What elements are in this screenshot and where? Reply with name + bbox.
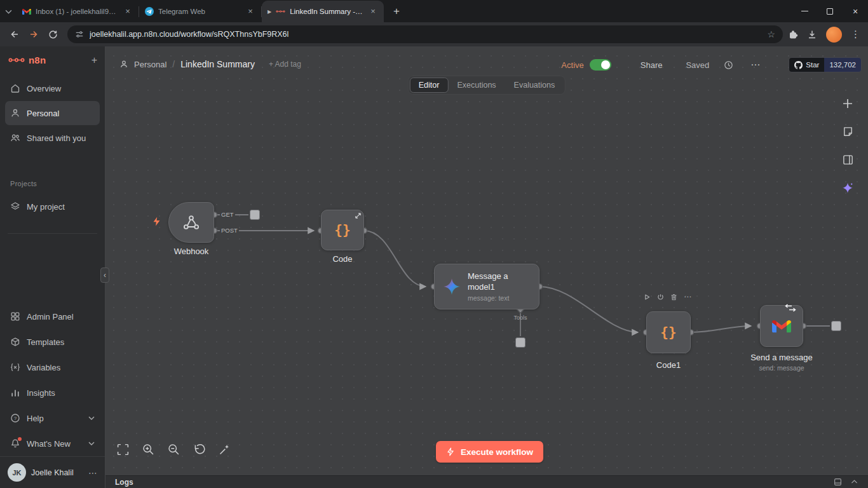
new-tab-button[interactable]: + [388, 3, 405, 20]
play-node-icon[interactable] [644, 294, 651, 301]
svg-text:?: ? [14, 416, 17, 421]
maximize-button[interactable] [817, 0, 843, 22]
window-controls: × [792, 0, 868, 22]
node-code[interactable]: {} [321, 210, 364, 250]
logs-bar[interactable]: Logs [105, 475, 868, 488]
close-button[interactable]: × [843, 0, 868, 22]
add-node-endpoint[interactable] [831, 321, 841, 331]
address-bar[interactable]: joellekhalil.app.n8n.cloud/workflow/sRQX… [67, 25, 783, 43]
projects-section-label: Projects [10, 180, 95, 187]
sidebar-item-templates[interactable]: Templates [5, 330, 100, 354]
delete-node-icon[interactable] [670, 294, 677, 301]
node-label-webhook: Webhook [153, 247, 229, 256]
sidebar-item-admin-panel[interactable]: Admin Panel [5, 304, 100, 329]
add-node-endpoint[interactable] [250, 210, 260, 220]
n8n-icon [276, 8, 285, 15]
panel-grid-icon [10, 311, 20, 322]
box-icon [10, 337, 20, 347]
zoom-out-icon[interactable] [167, 443, 180, 456]
tab-title: Telegram Web [158, 8, 241, 15]
minimize-button[interactable] [792, 0, 817, 22]
browser-tab-telegram[interactable]: Telegram Web × [139, 1, 261, 22]
tools-connector-label: Tools [501, 315, 539, 321]
url-text[interactable]: joellekhalil.app.n8n.cloud/workflow/sRQX… [90, 30, 761, 39]
tidy-up-wand-icon[interactable] [218, 443, 231, 456]
forward-button[interactable] [24, 25, 43, 44]
workflow-canvas[interactable]: Personal / LinkedIn Summary + Add tag Ac… [105, 46, 868, 475]
telegram-icon [145, 7, 154, 16]
code-braces-icon: {} [334, 222, 350, 238]
user-menu[interactable]: JK Joelle Khalil ⋯ [0, 456, 105, 488]
download-icon[interactable] [807, 29, 817, 39]
sidebar-item-whats-new[interactable]: What's New [5, 431, 100, 456]
tab-title: Inbox (1) - joellekhalil97@gma... [36, 8, 118, 15]
output-label-get: GET [220, 211, 235, 219]
logs-label: Logs [115, 478, 133, 487]
variable-icon [10, 362, 20, 372]
browser-menu-icon[interactable]: ⋮ [851, 29, 860, 40]
tab-close-icon[interactable]: × [368, 6, 378, 17]
sidebar-item-label: Insights [27, 388, 55, 398]
chart-icon [10, 388, 20, 398]
pinned-bolt-icon [151, 215, 162, 227]
user-options-icon[interactable]: ⋯ [88, 468, 97, 478]
add-workflow-button[interactable]: + [92, 55, 97, 65]
canvas-controls [116, 443, 231, 456]
browser-tab-strip: Inbox (1) - joellekhalil97@gma... × Tele… [0, 0, 868, 22]
tab-close-icon[interactable]: × [123, 6, 133, 17]
minimize-icon [801, 11, 808, 11]
sidebar-item-help[interactable]: ? Help [5, 406, 100, 430]
add-tool-endpoint[interactable] [515, 337, 526, 348]
tab-close-icon[interactable]: × [245, 6, 255, 17]
zoom-in-icon[interactable] [142, 443, 155, 456]
bolt-icon [446, 447, 455, 457]
open-panel-icon[interactable] [834, 478, 842, 486]
sidebar-item-label: Variables [27, 363, 60, 372]
home-icon [10, 83, 20, 93]
node-send-a-message[interactable] [760, 305, 803, 347]
tab-search-chevron-icon[interactable] [0, 1, 17, 22]
gmail-icon [772, 319, 791, 334]
sidebar-item-label: Personal [27, 109, 59, 118]
gemini-sparkle-icon [443, 278, 461, 295]
node-label-gmail: Send a message [743, 353, 820, 362]
undo-reset-icon[interactable] [193, 443, 206, 456]
sidebar-collapse-handle[interactable]: ‹ [100, 268, 109, 283]
execute-label: Execute workflow [461, 447, 533, 457]
maximize-icon [827, 8, 833, 15]
reload-button[interactable] [43, 25, 62, 44]
deactivate-node-icon[interactable] [657, 294, 664, 301]
back-button[interactable] [5, 25, 24, 44]
sidebar-item-shared-with-you[interactable]: Shared with you [5, 126, 100, 150]
chevron-down-icon [88, 442, 95, 445]
bookmark-star-icon[interactable]: ☆ [767, 29, 775, 39]
node-code1[interactable]: {} [646, 311, 691, 353]
help-icon: ? [10, 413, 20, 423]
node-subtitle: message: text [468, 294, 530, 302]
node-webhook[interactable] [168, 202, 214, 243]
sidebar-item-label: Admin Panel [27, 312, 74, 322]
fit-view-icon[interactable] [116, 443, 130, 456]
brand-row: n8n + [0, 46, 105, 72]
expand-up-icon[interactable] [850, 478, 858, 486]
profile-avatar[interactable] [826, 27, 842, 43]
browser-toolbar: joellekhalil.app.n8n.cloud/workflow/sRQX… [0, 22, 868, 46]
browser-tab-n8n[interactable]: ▶ LinkedIn Summary - n8n × [262, 1, 384, 22]
node-more-icon[interactable]: ⋯ [684, 292, 691, 301]
sidebar-item-variables[interactable]: Variables [5, 355, 100, 379]
node-message-a-model[interactable]: Message a model1 message: text [434, 264, 539, 309]
tune-icon[interactable] [75, 30, 84, 39]
browser-tab-gmail[interactable]: Inbox (1) - joellekhalil97@gma... × [17, 1, 139, 22]
logs-controls [834, 478, 858, 486]
extensions-puzzle-icon[interactable] [788, 29, 798, 39]
n8n-logo-icon [8, 56, 25, 64]
execute-workflow-button[interactable]: Execute workflow [436, 441, 543, 463]
gmail-icon [22, 8, 31, 15]
bell-icon [10, 438, 20, 449]
sidebar-item-overview[interactable]: Overview [5, 76, 100, 100]
sidebar-item-insights[interactable]: Insights [5, 381, 100, 405]
swap-arrows-icon [785, 304, 796, 312]
sidebar-item-my-project[interactable]: My project [5, 194, 100, 219]
toolbar-right: ⋮ [788, 27, 863, 43]
sidebar-item-personal[interactable]: Personal [5, 101, 100, 125]
